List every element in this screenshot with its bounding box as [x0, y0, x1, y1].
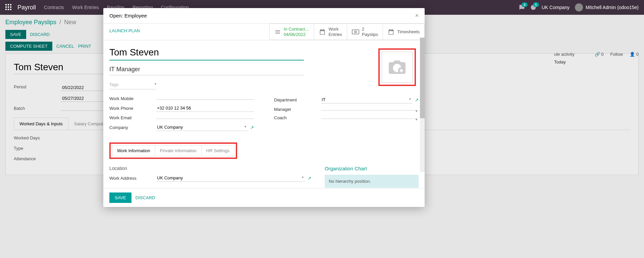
- svg-rect-6: [5, 9, 7, 10]
- manager-select[interactable]: [321, 108, 419, 111]
- work-address-label: Work Address: [109, 176, 156, 181]
- modal-save-button[interactable]: SAVE: [109, 192, 131, 203]
- stat-contract-label: In Contract…: [284, 27, 310, 32]
- work-phone-label: Work Phone: [109, 106, 156, 111]
- stat-payslips[interactable]: 2 Payslips: [347, 24, 383, 40]
- photo-highlight: [378, 48, 416, 86]
- work-email-input[interactable]: [156, 117, 254, 119]
- stat-timesheets-label: Timesheets: [397, 29, 420, 34]
- menu-contracts[interactable]: Contracts: [44, 5, 64, 10]
- tab-hr-settings[interactable]: HR Settings: [202, 145, 234, 156]
- stat-contract-date: 04/06/2022: [284, 32, 310, 37]
- tab-private-information[interactable]: Private Information: [155, 145, 202, 156]
- coach-label: Coach: [274, 115, 321, 120]
- stat-timesheets[interactable]: Timesheets: [383, 24, 424, 40]
- svg-point-10: [355, 31, 357, 33]
- work-mobile-label: Work Mobile: [109, 96, 156, 101]
- svg-rect-9: [352, 30, 359, 34]
- svg-rect-5: [10, 6, 11, 8]
- launch-plan-button[interactable]: LAUNCH PLAN: [109, 24, 140, 38]
- svg-rect-8: [10, 9, 11, 10]
- activity-badge: 5: [533, 2, 539, 7]
- department-select[interactable]: IT: [321, 96, 412, 103]
- company-label: Company: [109, 125, 156, 130]
- close-icon[interactable]: ×: [415, 12, 419, 19]
- stat-contract[interactable]: In Contract… 04/06/2022: [270, 24, 314, 40]
- apps-icon[interactable]: [5, 4, 12, 11]
- calendar-icon: [319, 29, 326, 35]
- department-label: Department: [274, 97, 321, 102]
- location-section-header: Location: [109, 166, 311, 171]
- calendar-icon: [388, 29, 394, 35]
- book-icon: [274, 29, 281, 35]
- modal-scrollbar[interactable]: [420, 38, 425, 172]
- messaging-badge: 4: [522, 2, 528, 7]
- employee-modal: Open: Employee × LAUNCH PLAN In Contract…: [103, 8, 425, 207]
- svg-rect-4: [8, 6, 9, 8]
- svg-rect-0: [5, 4, 7, 5]
- job-title-input[interactable]: IT Manager: [109, 64, 304, 75]
- stat-payslips-count: 2: [362, 27, 378, 32]
- work-phone-input[interactable]: +32 010 12 34 56: [156, 104, 254, 112]
- photo-upload[interactable]: [382, 52, 413, 83]
- svg-rect-3: [5, 6, 7, 8]
- app-title[interactable]: Payroll: [17, 4, 36, 11]
- svg-rect-2: [10, 4, 11, 5]
- stat-work-entries-label: Work Entries: [328, 27, 342, 37]
- department-external-link-icon[interactable]: ↗: [415, 97, 419, 102]
- org-chart-header: Organization Chart: [325, 166, 419, 171]
- work-mobile-input[interactable]: [156, 97, 254, 100]
- stat-work-entries[interactable]: Work Entries: [314, 24, 346, 40]
- money-icon: [352, 29, 359, 35]
- company-external-link-icon[interactable]: ↗: [250, 125, 254, 130]
- manager-label: Manager: [274, 107, 321, 112]
- tabs-highlight: Work Information Private Information HR …: [109, 142, 237, 159]
- svg-rect-1: [8, 4, 9, 5]
- tags-select[interactable]: Tags: [109, 80, 156, 89]
- scrollbar-thumb[interactable]: [420, 38, 425, 118]
- modal-title: Open: Employee: [109, 13, 147, 18]
- work-address-external-link-icon[interactable]: ↗: [308, 176, 311, 181]
- svg-rect-7: [8, 9, 9, 10]
- employee-name-input[interactable]: [109, 45, 304, 60]
- coach-select[interactable]: [321, 117, 419, 119]
- user-menu[interactable]: Mitchell Admin (odoo15e): [575, 3, 639, 11]
- org-chart-box: No hierarchy position.: [325, 175, 419, 188]
- work-email-label: Work Email: [109, 115, 156, 120]
- menu-work-entries[interactable]: Work Entries: [72, 5, 99, 10]
- work-address-select[interactable]: UK Company: [156, 174, 305, 182]
- company-select[interactable]: UK Company: [156, 124, 248, 131]
- company-selector[interactable]: UK Company: [542, 5, 570, 10]
- activity-icon[interactable]: 5: [530, 4, 536, 10]
- messaging-icon[interactable]: 4: [519, 4, 525, 10]
- modal-discard-button[interactable]: DISCARD: [136, 192, 155, 203]
- user-avatar-icon: [575, 3, 583, 11]
- user-name: Mitchell Admin (odoo15e): [586, 5, 639, 10]
- stat-payslips-label: Payslips: [362, 32, 378, 37]
- tab-work-information[interactable]: Work Information: [112, 145, 155, 156]
